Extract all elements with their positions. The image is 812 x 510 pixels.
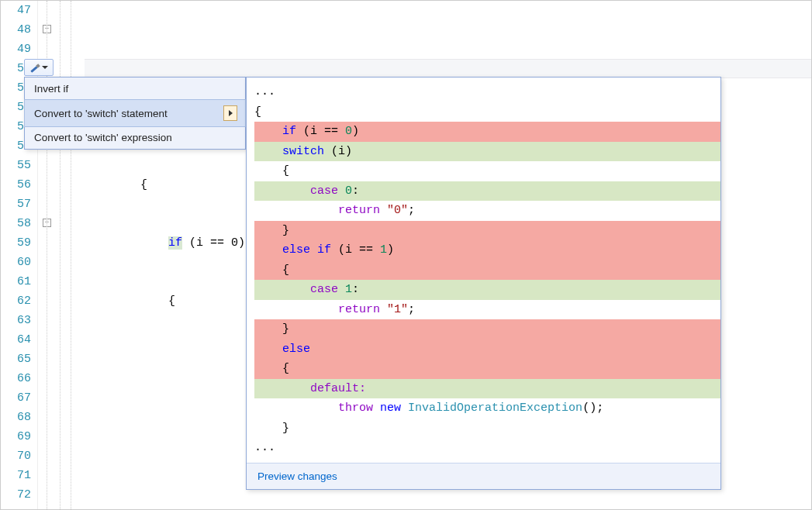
diff-added-line: switch (i) xyxy=(254,142,720,162)
preview-line: ... xyxy=(254,85,275,98)
quick-actions-menu: Invert if Convert to 'switch' statement … xyxy=(24,77,246,150)
line-number: 56 xyxy=(1,175,31,195)
line-number: 66 xyxy=(1,369,31,388)
submenu-indicator xyxy=(223,105,237,121)
menu-item-convert-switch-statement[interactable]: Convert to 'switch' statement xyxy=(24,99,246,127)
line-number: 55 xyxy=(1,156,31,175)
keyword-if: if xyxy=(168,236,182,250)
diff-removed-line: if (i == 0) xyxy=(254,122,720,142)
line-number: 71 xyxy=(1,466,31,485)
line-number: 68 xyxy=(1,408,31,427)
line-number: 62 xyxy=(1,291,31,311)
brace: { xyxy=(168,295,175,308)
diff-removed-line: else if (i == 1) xyxy=(254,240,720,260)
preview-changes-label: Preview changes xyxy=(257,470,337,482)
preview-line: throw new InvalidOperationException(); xyxy=(254,401,603,415)
menu-item-convert-switch-expression[interactable]: Convert to 'switch' expression xyxy=(25,126,245,149)
preview-diff: ... { if (i == 0) switch (i) { case 0: r… xyxy=(247,78,720,463)
code-preview-panel: ... { if (i == 0) switch (i) { case 0: r… xyxy=(246,77,721,490)
line-number: 72 xyxy=(1,485,31,505)
quick-actions-button[interactable] xyxy=(24,59,54,76)
preview-line: { xyxy=(254,105,261,119)
screwdriver-icon xyxy=(29,62,40,73)
menu-item-label: Invert if xyxy=(34,83,68,95)
preview-line: { xyxy=(254,164,289,177)
menu-item-label: Convert to 'switch' statement xyxy=(34,108,168,119)
line-number: 49 xyxy=(1,40,31,59)
preview-line: ... xyxy=(254,441,275,454)
line-number: 47 xyxy=(1,1,31,20)
line-number: 61 xyxy=(1,272,31,291)
chevron-right-icon xyxy=(229,110,233,116)
menu-item-invert-if[interactable]: Invert if xyxy=(25,78,245,100)
diff-removed-line: } xyxy=(254,319,720,339)
line-number: 65 xyxy=(1,350,31,369)
line-number: 70 xyxy=(1,446,31,466)
preview-line: } xyxy=(254,422,289,435)
diff-removed-line: { xyxy=(254,260,720,281)
diff-added-line: case 1: xyxy=(254,280,720,300)
brace: { xyxy=(140,178,147,191)
condition: (i == 0) xyxy=(182,236,245,250)
preview-line: return "1"; xyxy=(254,303,415,316)
line-number: 48 xyxy=(1,20,31,40)
diff-removed-line: else xyxy=(254,339,720,360)
diff-added-line: case 0: xyxy=(254,181,720,202)
preview-changes-link[interactable]: Preview changes xyxy=(247,463,720,489)
line-number: 67 xyxy=(1,388,31,408)
line-number: 69 xyxy=(1,427,31,446)
line-number: 64 xyxy=(1,330,31,350)
diff-removed-line: } xyxy=(254,221,720,241)
line-number: 60 xyxy=(1,253,31,272)
line-number: 58 xyxy=(1,214,31,233)
diff-removed-line: { xyxy=(254,359,720,379)
line-number: 59 xyxy=(1,233,31,253)
line-number: 63 xyxy=(1,311,31,330)
menu-item-label: Convert to 'switch' expression xyxy=(34,132,172,143)
chevron-down-icon xyxy=(42,66,48,69)
diff-added-line: default: xyxy=(254,379,720,399)
line-number: 57 xyxy=(1,195,31,214)
preview-line: return "0"; xyxy=(254,204,415,217)
